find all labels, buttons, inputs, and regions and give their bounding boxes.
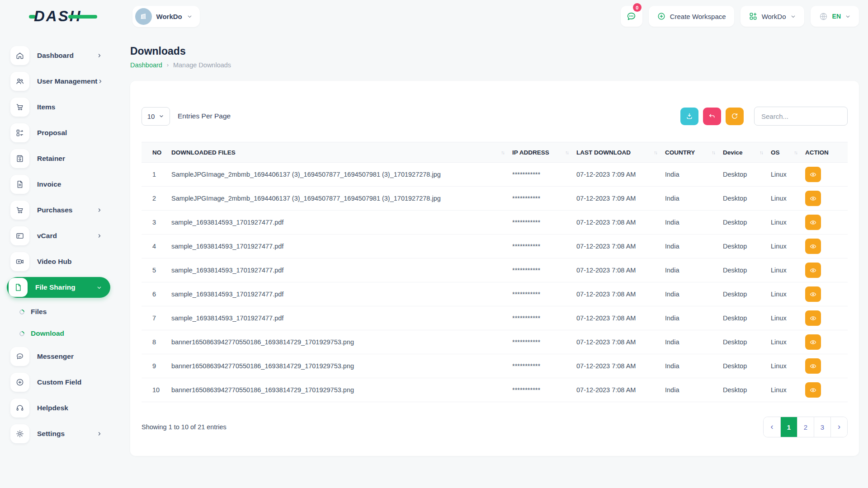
view-action-button[interactable] bbox=[805, 358, 821, 374]
cell-ip: *********** bbox=[511, 378, 576, 402]
chevron-down-icon bbox=[845, 14, 851, 19]
topbar: DASH WorkDo 0 bbox=[0, 0, 868, 33]
header-downloaded-files[interactable]: DOWNLOADED FILES↑↓ bbox=[170, 142, 511, 163]
cell-last-download: 07-12-2023 7:08 AM bbox=[576, 330, 664, 354]
messages-button[interactable]: 0 bbox=[621, 6, 642, 27]
chevron-down-icon bbox=[159, 113, 164, 119]
sidebar-item-retainer[interactable]: Retainer bbox=[7, 148, 110, 169]
cell-country: India bbox=[664, 282, 722, 306]
view-action-button[interactable] bbox=[805, 167, 821, 182]
cell-action bbox=[804, 378, 848, 402]
downloads-table: NO DOWNLOADED FILES↑↓ IP ADDRESS↑↓ LAST … bbox=[142, 142, 848, 402]
cell-country: India bbox=[664, 306, 722, 330]
sidebar-item-purchases[interactable]: Purchases bbox=[7, 200, 110, 221]
chevron-right-icon bbox=[98, 79, 103, 84]
eye-icon bbox=[809, 219, 817, 226]
users-icon bbox=[10, 72, 29, 91]
eye-icon bbox=[809, 267, 817, 274]
view-action-button[interactable] bbox=[805, 215, 821, 230]
cell-last-download: 07-12-2023 7:08 AM bbox=[576, 306, 664, 330]
cell-no: 5 bbox=[142, 258, 170, 282]
cell-device: Desktop bbox=[722, 282, 770, 306]
cell-no: 8 bbox=[142, 330, 170, 354]
cell-file: sample_1693814593_1701927477.pdf bbox=[170, 282, 511, 306]
search-input[interactable] bbox=[754, 107, 848, 126]
table-row: 5sample_1693814593_1701927477.pdf*******… bbox=[142, 258, 848, 282]
sidebar-item-helpdesk[interactable]: Helpdesk bbox=[7, 398, 110, 418]
view-action-button[interactable] bbox=[805, 263, 821, 278]
cell-country: India bbox=[664, 235, 722, 258]
cell-os: Linux bbox=[770, 354, 804, 378]
chevron-down-icon bbox=[187, 14, 193, 19]
cell-country: India bbox=[664, 354, 722, 378]
sidebar-item-vcard[interactable]: vCard bbox=[7, 225, 110, 246]
cell-os: Linux bbox=[770, 258, 804, 282]
pagination-page-2[interactable]: 2 bbox=[797, 417, 814, 437]
breadcrumb-dashboard-link[interactable]: Dashboard bbox=[130, 61, 162, 69]
pagination-page-3[interactable]: 3 bbox=[814, 417, 830, 437]
refresh-button[interactable] bbox=[726, 108, 744, 125]
header-last-download[interactable]: LAST DOWNLOAD↑↓ bbox=[576, 142, 664, 163]
workspace-menu-button[interactable]: WorkDo bbox=[741, 6, 804, 27]
chevron-right-icon bbox=[97, 431, 102, 436]
export-download-button[interactable] bbox=[680, 108, 698, 125]
undo-arrow-icon bbox=[708, 112, 716, 120]
view-action-button[interactable] bbox=[805, 382, 821, 398]
table-row: 3sample_1693814593_1701927477.pdf*******… bbox=[142, 211, 848, 235]
view-action-button[interactable] bbox=[805, 286, 821, 302]
chevron-down-icon bbox=[790, 14, 796, 19]
view-action-button[interactable] bbox=[805, 334, 821, 350]
view-action-button[interactable] bbox=[805, 239, 821, 254]
sidebar-item-custom-field[interactable]: Custom Field bbox=[7, 372, 110, 393]
header-device[interactable]: Device↑↓ bbox=[722, 142, 770, 163]
pagination-next-button[interactable]: › bbox=[830, 417, 847, 437]
cell-no: 7 bbox=[142, 306, 170, 330]
sidebar-subitem-files[interactable]: Files bbox=[19, 303, 110, 321]
sidebar-item-settings[interactable]: Settings bbox=[7, 423, 110, 444]
table-body: 1SampleJPGImage_2mbmb_1694406137 (3)_169… bbox=[142, 163, 848, 402]
cell-ip: *********** bbox=[511, 354, 576, 378]
cell-ip: *********** bbox=[511, 163, 576, 187]
eye-icon bbox=[809, 314, 817, 322]
cell-device: Desktop bbox=[722, 378, 770, 402]
cell-no: 1 bbox=[142, 163, 170, 187]
sidebar-item-messenger[interactable]: Messenger bbox=[7, 346, 110, 367]
workspace-avatar-building-icon bbox=[135, 8, 152, 25]
pagination-page-1[interactable]: 1 bbox=[780, 417, 797, 437]
create-workspace-button[interactable]: Create Workspace bbox=[649, 6, 734, 27]
sidebar-item-user-management[interactable]: User Management bbox=[7, 71, 110, 92]
workspace-name: WorkDo bbox=[156, 13, 182, 20]
table-header-row: NO DOWNLOADED FILES↑↓ IP ADDRESS↑↓ LAST … bbox=[142, 142, 848, 163]
sidebar-item-dashboard[interactable]: Dashboard bbox=[7, 45, 110, 66]
sidebar-item-video-hub[interactable]: Video Hub bbox=[7, 251, 110, 272]
cell-no: 10 bbox=[142, 378, 170, 402]
cell-device: Desktop bbox=[722, 235, 770, 258]
sidebar-item-invoice[interactable]: Invoice bbox=[7, 174, 110, 195]
header-ip-address[interactable]: IP ADDRESS↑↓ bbox=[511, 142, 576, 163]
header-os[interactable]: OS↑↓ bbox=[770, 142, 804, 163]
sidebar-item-proposal[interactable]: Proposal bbox=[7, 122, 110, 143]
table-row: 8banner1650863942770550186_1693814729_17… bbox=[142, 330, 848, 354]
undo-button[interactable] bbox=[703, 108, 721, 125]
credit-card-icon bbox=[10, 226, 29, 245]
eye-icon bbox=[809, 338, 817, 346]
view-action-button[interactable] bbox=[805, 191, 821, 206]
pagination-prev-button[interactable]: ‹ bbox=[764, 417, 780, 437]
sidebar-item-file-sharing[interactable]: File Sharing bbox=[7, 277, 110, 298]
cell-action bbox=[804, 211, 848, 235]
language-selector[interactable]: EN bbox=[811, 6, 859, 27]
sidebar: Dashboard User Management Items bbox=[0, 33, 116, 488]
cell-ip: *********** bbox=[511, 330, 576, 354]
workspace-switcher[interactable]: WorkDo bbox=[132, 6, 200, 27]
sidebar-item-items[interactable]: Items bbox=[7, 97, 110, 117]
header-no[interactable]: NO bbox=[142, 142, 170, 163]
view-action-button[interactable] bbox=[805, 310, 821, 326]
entries-per-page-select[interactable]: 10 bbox=[142, 107, 170, 126]
sidebar-subitem-download[interactable]: Download bbox=[19, 324, 110, 343]
pagination: ‹ 1 2 3 › bbox=[763, 417, 848, 437]
breadcrumb: Dashboard › Manage Downloads bbox=[130, 61, 859, 69]
header-country[interactable]: COUNTRY↑↓ bbox=[664, 142, 722, 163]
cell-ip: *********** bbox=[511, 187, 576, 211]
bullet-icon bbox=[19, 330, 25, 337]
cell-ip: *********** bbox=[511, 282, 576, 306]
